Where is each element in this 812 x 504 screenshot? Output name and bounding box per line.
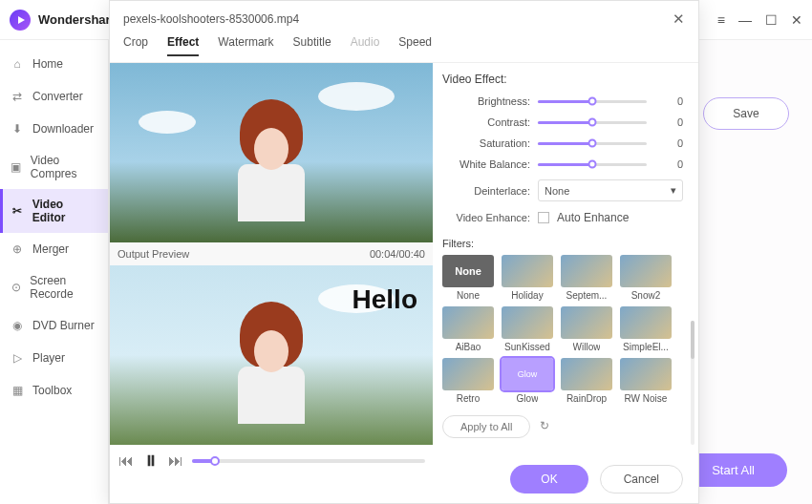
overlay-text: Hello [353,284,417,315]
recorder-icon: ⊙ [10,280,22,295]
refresh-icon[interactable]: ↻ [540,419,555,434]
filter-label: Holiday [511,290,543,301]
filter-thumb [442,358,494,390]
auto-enhance-label: Auto Enhance [557,211,629,224]
tab-subtitle[interactable]: Subtitle [293,35,331,56]
modal-close-button[interactable]: ✕ [673,10,685,28]
sidebar-item-compress[interactable]: ▣Video Compres [0,145,108,189]
saturation-label: Saturation: [442,137,530,149]
pause-button[interactable]: ⏸ [142,452,160,470]
brightness-label: Brightness: [442,95,530,107]
filter-willow[interactable]: Willow [561,306,612,352]
save-button[interactable]: Save [703,97,789,130]
sidebar-item-editor[interactable]: ✂Video Editor [0,189,108,233]
filters-scrollbar[interactable] [691,321,694,445]
sidebar-item-label: Home [32,57,63,71]
sidebar-item-toolbox[interactable]: ▦Toolbox [0,374,108,407]
filter-thumb [561,306,612,339]
filters-title: Filters: [442,238,683,249]
filter-thumb [502,306,553,339]
filter-snow2[interactable]: Snow2 [620,255,672,301]
ok-button[interactable]: OK [510,465,588,494]
contrast-label: Contrast: [442,116,530,128]
contrast-slider[interactable] [538,121,647,124]
saturation-value: 0 [654,137,683,149]
home-icon: ⌂ [10,56,25,72]
dvd-icon: ◉ [10,318,25,333]
filter-sunkissed[interactable]: SunKissed [502,306,553,352]
tab-effect[interactable]: Effect [167,35,199,56]
sidebar-item-label: Converter [32,90,83,103]
brightness-value: 0 [654,95,683,107]
chevron-down-icon: ▾ [671,184,676,197]
maximize-button[interactable]: ☐ [765,12,778,28]
deinterlace-value: None [545,185,569,197]
prev-button[interactable]: ⏮ [118,452,135,470]
deinterlace-select[interactable]: None ▾ [538,179,683,201]
sidebar-item-label: Downloader [32,122,94,136]
whitebalance-label: White Balance: [442,158,530,170]
filter-aibao[interactable]: AiBao [442,306,494,352]
filter-none[interactable]: NoneNone [442,255,494,301]
filter-holiday[interactable]: Holiday [502,255,553,301]
sidebar-item-merger[interactable]: ⊕Merger [0,233,108,265]
filter-label: None [457,290,480,301]
filter-label: SimpleEl... [623,342,669,352]
whitebalance-value: 0 [654,158,683,170]
video-effect-title: Video Effect: [442,73,683,86]
timecode: 00:04/00:40 [370,248,425,260]
filter-label: AiBao [456,342,481,352]
filter-thumb [561,255,612,287]
sidebar-item-home[interactable]: ⌂Home [0,48,108,80]
next-button[interactable]: ⏭ [167,452,184,470]
filter-glow[interactable]: GlowGlow [502,358,553,404]
filter-label: RW Noise [625,393,668,404]
saturation-slider[interactable] [538,142,647,145]
auto-enhance-checkbox[interactable] [538,212,549,223]
filter-thumb [561,358,612,390]
sidebar: ⌂Home⇄Converter⬇Downloader▣Video Compres… [0,40,109,504]
sidebar-item-label: Toolbox [32,384,72,397]
editor-icon: ✂ [10,203,25,219]
filter-label: Willow [573,342,601,352]
minimize-button[interactable]: — [738,12,752,28]
tab-speed[interactable]: Speed [398,35,432,56]
filter-rwnoise[interactable]: RW Noise [620,358,672,404]
sidebar-item-label: Player [32,351,65,365]
sidebar-item-converter[interactable]: ⇄Converter [0,80,108,113]
timeline-slider[interactable] [192,459,425,463]
filter-thumb: Glow [502,358,553,390]
sidebar-item-player[interactable]: ▷Player [0,342,108,374]
filter-label: Septem... [566,290,608,301]
cancel-button[interactable]: Cancel [600,465,683,494]
filter-label: SunKissed [504,342,550,352]
sidebar-item-label: Video Compres [31,154,98,180]
sidebar-item-label: Merger [32,242,69,256]
deinterlace-label: Deinterlace: [442,185,530,197]
whitebalance-slider[interactable] [538,163,647,166]
filter-simpleel[interactable]: SimpleEl... [620,306,672,352]
apply-to-all-button[interactable]: Apply to All [442,415,530,438]
filter-septem[interactable]: Septem... [561,255,612,301]
tab-audio: Audio [351,35,380,56]
filter-thumb [502,255,553,287]
filter-raindrop[interactable]: RainDrop [561,358,612,404]
filter-thumb [442,306,494,339]
toolbox-icon: ▦ [10,383,25,398]
filter-retro[interactable]: Retro [442,358,494,404]
contrast-value: 0 [654,116,683,128]
filters-grid: NoneNoneHolidaySeptem...Snow2AiBaoSunKis… [442,255,683,404]
menu-icon[interactable]: ≡ [717,12,725,28]
sidebar-item-dvd[interactable]: ◉DVD Burner [0,309,108,342]
tab-watermark[interactable]: Watermark [218,35,273,56]
brightness-slider[interactable] [538,100,647,103]
tab-crop[interactable]: Crop [123,35,148,56]
converter-icon: ⇄ [10,89,25,104]
sidebar-item-recorder[interactable]: ⊙Screen Recorde [0,265,108,309]
compress-icon: ▣ [10,159,23,175]
close-button[interactable]: ✕ [791,12,802,28]
sidebar-item-download[interactable]: ⬇Downloader [0,113,108,145]
sidebar-item-label: DVD Burner [32,319,95,332]
video-enhance-label: Video Enhance: [442,212,530,223]
player-icon: ▷ [10,350,25,366]
